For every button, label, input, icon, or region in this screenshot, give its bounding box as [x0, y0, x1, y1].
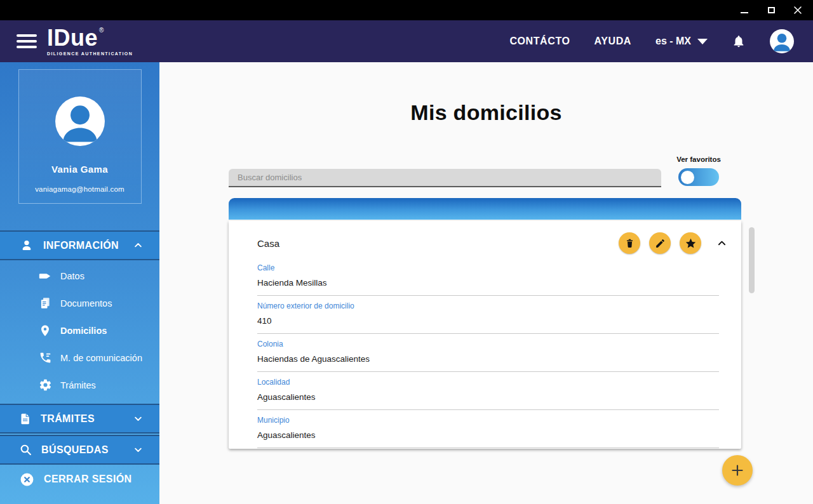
profile-card: Vania Gama vaniagamag@hotmail.com: [18, 69, 142, 204]
section-label: INFORMACIÓN: [43, 240, 119, 251]
gear-icon: [38, 378, 52, 392]
section-label: BÚSQUEDAS: [41, 444, 109, 456]
sidebar-section-busquedas[interactable]: BÚSQUEDAS: [0, 435, 159, 465]
bell-icon: [732, 34, 746, 48]
minimize-button[interactable]: [739, 5, 749, 15]
search-input[interactable]: [229, 169, 661, 187]
sidebar-item-documentos[interactable]: Documentos: [0, 289, 159, 317]
user-avatar[interactable]: [770, 29, 794, 53]
brand-name: IDue: [47, 27, 98, 50]
sidebar-item-m-de-comunicacion[interactable]: M. de comunicación: [0, 344, 159, 371]
address-fields: Calle Hacienda Mesillas Número exterior …: [229, 254, 741, 448]
close-button[interactable]: [793, 5, 803, 15]
section-label: TRÁMITES: [41, 413, 95, 425]
chevron-down-icon: [697, 39, 708, 44]
field-colonia: Colonia Haciendas de Aguascalientes: [257, 334, 719, 372]
field-value: Aguascalientes: [257, 392, 719, 402]
file-icon: [19, 413, 32, 425]
sidebar-item-label: Datos: [60, 271, 84, 281]
field-value: 410: [257, 316, 719, 326]
sidebar-item-domicilios[interactable]: Domicilios: [0, 317, 159, 344]
close-circle-icon: [19, 472, 35, 487]
field-municipio: Municipio Aguascalientes: [257, 410, 719, 448]
favorite-address-button[interactable]: [680, 232, 701, 254]
nav-contact[interactable]: CONTÁCTO: [509, 36, 570, 47]
field-label: Colonia: [257, 340, 719, 348]
language-selector[interactable]: es - MX: [655, 36, 708, 47]
sidebar-item-datos[interactable]: Datos: [0, 262, 159, 289]
address-card-header: [229, 198, 741, 220]
phone-icon: [38, 351, 52, 364]
app-header: IDue ® DILIGENCE AUTHENTICATION CONTÁCTO…: [0, 20, 813, 62]
star-icon: [685, 237, 697, 249]
page-title: Mis domicilios: [159, 100, 813, 125]
trash-icon: [624, 238, 635, 249]
close-icon: [793, 6, 802, 15]
sidebar-informacion-items: Datos Documentos Domicilios: [0, 260, 159, 404]
logout-label: CERRAR SESIÓN: [44, 474, 132, 485]
field-label: Calle: [257, 263, 719, 272]
window-titlebar: [0, 0, 813, 20]
profile-email: vaniagamag@hotmail.com: [35, 185, 124, 193]
nav-help[interactable]: AYUDA: [595, 36, 631, 47]
app-logo: IDue ® DILIGENCE AUTHENTICATION: [47, 27, 133, 56]
edit-address-button[interactable]: [649, 232, 671, 254]
sidebar-item-label: Domicilios: [60, 326, 107, 336]
address-name: Casa: [257, 238, 279, 249]
field-value: Haciendas de Aguascalientes: [257, 354, 719, 364]
favorites-toggle[interactable]: [678, 168, 719, 186]
notifications-button[interactable]: [732, 34, 746, 48]
person-icon: [770, 29, 794, 53]
sidebar-section-tramites[interactable]: TRÁMITES: [0, 404, 159, 434]
map-pin-icon: [38, 324, 52, 337]
address-card: Casa: [229, 221, 741, 449]
field-value: Aguascalientes: [257, 430, 719, 440]
field-numero-exterior: Número exterior de domicilio 410: [257, 296, 719, 334]
sidebar-item-label: Documentos: [60, 298, 112, 308]
delete-address-button[interactable]: [619, 232, 640, 254]
sidebar: Vania Gama vaniagamag@hotmail.com INFORM…: [0, 62, 159, 504]
profile-name: Vania Gama: [51, 164, 108, 175]
favorites-toggle-label: Ver favoritos: [671, 156, 727, 163]
chevron-down-icon: [133, 414, 143, 423]
add-address-button[interactable]: [722, 455, 753, 486]
search-icon: [19, 443, 32, 456]
registered-mark: ®: [99, 27, 104, 34]
scrollbar[interactable]: [749, 227, 755, 293]
minimize-icon: [741, 12, 748, 13]
person-icon: [19, 238, 34, 253]
maximize-button[interactable]: [766, 5, 776, 15]
plus-icon: [730, 463, 745, 478]
collapse-address-button[interactable]: [716, 238, 727, 249]
chevron-up-icon: [133, 241, 143, 250]
menu-icon[interactable]: [17, 34, 37, 48]
sidebar-section-informacion[interactable]: INFORMACIÓN: [0, 230, 159, 260]
field-value: Hacienda Mesillas: [257, 278, 719, 288]
profile-avatar: [55, 96, 105, 146]
chevron-down-icon: [133, 445, 143, 454]
brand-tagline: DILIGENCE AUTHENTICATION: [47, 51, 133, 56]
field-localidad: Localidad Aguascalientes: [257, 372, 719, 410]
sidebar-item-label: M. de comunicación: [60, 353, 142, 363]
chevron-up-icon: [716, 238, 727, 249]
tag-icon: [38, 269, 52, 283]
field-label: Municipio: [257, 416, 719, 425]
maximize-icon: [768, 7, 775, 13]
person-icon: [55, 96, 105, 146]
sidebar-item-tramites[interactable]: Trámites: [0, 371, 159, 399]
field-label: Número exterior de domicilio: [257, 302, 719, 310]
sidebar-item-cerrar-sesion[interactable]: CERRAR SESIÓN: [0, 465, 159, 493]
toggle-knob: [681, 171, 694, 184]
main-content: Mis domicilios Ver favoritos Casa: [159, 62, 813, 504]
field-label: Localidad: [257, 378, 719, 387]
field-calle: Calle Hacienda Mesillas: [257, 258, 719, 296]
pencil-icon: [655, 238, 666, 249]
sidebar-item-label: Trámites: [60, 380, 96, 390]
language-label: es - MX: [655, 36, 691, 47]
documents-icon: [38, 296, 52, 310]
